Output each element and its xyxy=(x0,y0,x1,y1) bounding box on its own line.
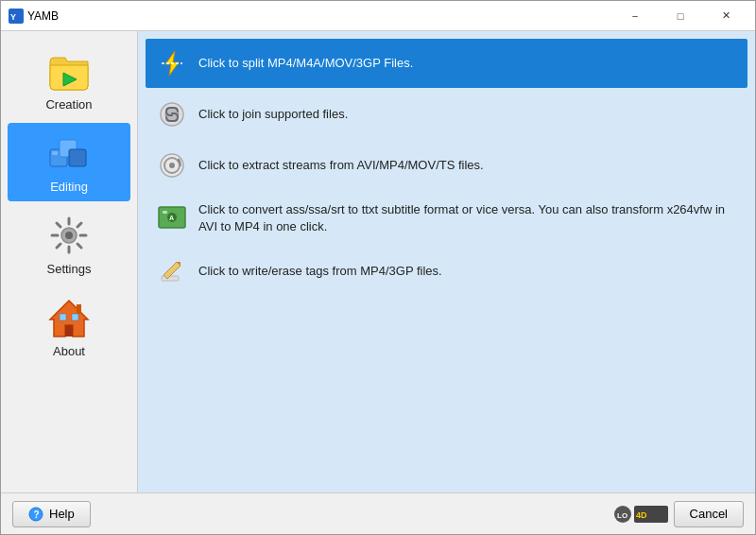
extract-text: Click to extract streams from AVI/MP4/MO… xyxy=(198,157,484,174)
svg-line-15 xyxy=(77,223,81,227)
editing-icon xyxy=(46,130,92,176)
creation-label: Creation xyxy=(45,97,92,112)
tags-row[interactable]: Click to write/erase tags from MP4/3GP f… xyxy=(146,247,747,296)
svg-rect-5 xyxy=(69,149,86,166)
sidebar-item-creation[interactable]: Creation xyxy=(8,41,130,119)
svg-rect-19 xyxy=(72,314,78,320)
cancel-label: Cancel xyxy=(690,507,728,521)
close-button[interactable]: ✕ xyxy=(704,1,747,31)
main-area: Creation Editing xyxy=(1,31,755,492)
tags-text: Click to write/erase tags from MP4/3GP f… xyxy=(198,263,442,280)
window-controls: − □ ✕ xyxy=(613,1,747,31)
logo-icon: LO 4D xyxy=(613,503,670,526)
svg-text:A: A xyxy=(169,215,174,221)
editing-label: Editing xyxy=(50,180,88,194)
svg-rect-20 xyxy=(60,314,66,320)
svg-text:LO: LO xyxy=(617,511,627,520)
svg-line-14 xyxy=(77,244,81,248)
logo-area: LO 4D Cancel xyxy=(613,501,744,527)
app-icon: Y xyxy=(9,9,24,24)
sidebar-item-editing[interactable]: Editing xyxy=(8,123,130,201)
svg-rect-18 xyxy=(65,325,73,337)
join-icon xyxy=(157,99,187,129)
sidebar-item-about[interactable]: About xyxy=(8,287,130,366)
svg-line-13 xyxy=(57,223,60,227)
about-label: About xyxy=(53,344,85,358)
content-panel: Click to split MP4/M4A/MOV/3GP Files. Cl… xyxy=(138,31,755,492)
svg-point-8 xyxy=(65,232,73,239)
help-button[interactable]: ? Help xyxy=(12,501,91,527)
svg-rect-21 xyxy=(77,304,81,314)
sidebar-item-settings[interactable]: Settings xyxy=(8,205,130,284)
maximize-button[interactable]: □ xyxy=(659,1,702,31)
svg-text:4D: 4D xyxy=(636,510,647,520)
svg-point-28 xyxy=(169,163,175,168)
about-icon xyxy=(46,295,92,340)
svg-text:Y: Y xyxy=(10,12,16,22)
split-row[interactable]: Click to split MP4/M4A/MOV/3GP Files. xyxy=(146,39,747,88)
join-text: Click to join supported files. xyxy=(198,106,348,123)
subtitle-text: Click to convert ass/ssa/srt to ttxt sub… xyxy=(198,201,736,235)
tags-icon xyxy=(157,256,187,286)
window-title: YAMB xyxy=(24,9,613,23)
svg-rect-6 xyxy=(52,151,58,155)
help-label: Help xyxy=(49,507,75,521)
settings-icon xyxy=(46,213,92,258)
sidebar: Creation Editing xyxy=(1,31,138,492)
extract-icon xyxy=(157,150,187,181)
extract-row[interactable]: Click to extract streams from AVI/MP4/MO… xyxy=(146,141,747,190)
svg-rect-33 xyxy=(163,211,167,214)
minimize-button[interactable]: − xyxy=(613,1,657,31)
creation-icon xyxy=(46,48,92,94)
svg-rect-34 xyxy=(162,276,179,281)
svg-text:?: ? xyxy=(34,509,40,520)
settings-label: Settings xyxy=(47,262,92,276)
split-icon xyxy=(157,48,187,78)
cancel-button[interactable]: Cancel xyxy=(674,501,744,527)
bottombar: ? Help LO 4D Cancel xyxy=(1,492,755,534)
svg-line-16 xyxy=(57,244,60,248)
titlebar: Y YAMB − □ ✕ xyxy=(1,1,755,31)
join-row[interactable]: Click to join supported files. xyxy=(146,90,747,139)
split-text: Click to split MP4/M4A/MOV/3GP Files. xyxy=(198,55,413,72)
app-window: Y YAMB − □ ✕ Creation xyxy=(0,0,756,535)
subtitle-row[interactable]: A Click to convert ass/ssa/srt to ttxt s… xyxy=(146,192,747,245)
help-icon: ? xyxy=(28,507,43,522)
subtitle-icon: A xyxy=(157,203,187,233)
